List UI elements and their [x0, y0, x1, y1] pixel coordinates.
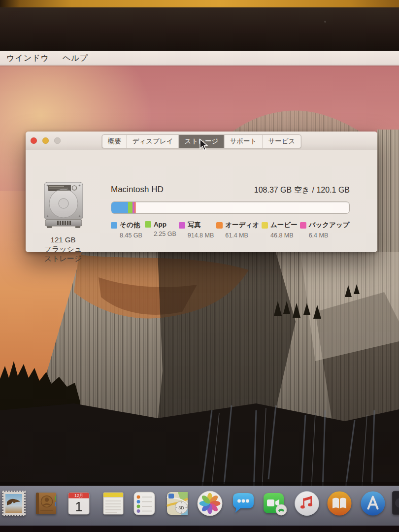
svg-text:1: 1: [75, 499, 82, 514]
storage-legend: その他8.45 GBApp2.25 GB写真914.8 MBオーディオ61.4 …: [111, 221, 350, 239]
legend-value: 46.8 MB: [262, 232, 298, 239]
legend-color-chip: [111, 222, 117, 229]
legend-color-chip: [179, 222, 185, 229]
free-space-label: 108.37 GB 空き / 120.1 GB: [254, 185, 350, 196]
webcam-dot: [324, 21, 326, 23]
legend-label: App: [154, 221, 166, 228]
menu-item-help[interactable]: ヘルプ: [63, 53, 88, 64]
mouse-cursor: [199, 138, 208, 152]
zoom-button-disabled: [54, 137, 61, 144]
legend-label: バックアップ: [309, 221, 350, 230]
svg-text:12月: 12月: [74, 493, 83, 498]
close-button[interactable]: [31, 137, 37, 144]
dock-photos-icon[interactable]: [197, 490, 223, 517]
tab-service[interactable]: サービス: [262, 135, 300, 148]
legend-value: 8.45 GB: [111, 232, 142, 239]
legend-color-chip: [262, 222, 268, 229]
storage-pane: 121 GB フラッシュ ストレージ Macintosh HD 108.37 G…: [26, 150, 377, 252]
legend-value: 914.8 MB: [179, 232, 214, 239]
dock: 12月 1: [0, 486, 399, 526]
legend-item-other: その他8.45 GB: [111, 221, 142, 239]
legend-value: 2.25 GB: [145, 231, 176, 237]
legend-value: 61.4 MB: [216, 232, 259, 239]
legend-color-chip: [300, 222, 306, 229]
dock-reminders-icon[interactable]: [131, 490, 158, 517]
dock-app-store-icon[interactable]: [360, 490, 386, 517]
dock-contacts-icon[interactable]: [33, 490, 59, 517]
legend-label: ムービー: [270, 221, 298, 230]
desk-background: [0, 0, 399, 7]
menu-bar: ウインドウ ヘルプ: [0, 51, 399, 66]
laptop-bezel-top: [0, 7, 399, 51]
svg-text:3D: 3D: [178, 505, 184, 510]
legend-item-audio: オーディオ61.4 MB: [216, 221, 259, 239]
dock-partial-dark-app-icon[interactable]: [392, 490, 399, 517]
legend-item-movies: ムービー46.8 MB: [262, 221, 298, 239]
photo-of-mac-screen: ウインドウ ヘルプ: [0, 0, 399, 532]
tab-overview[interactable]: 概要: [102, 135, 127, 148]
tab-displays[interactable]: ディスプレイ: [127, 135, 179, 148]
dock-itunes-icon[interactable]: [294, 490, 320, 517]
disk-capacity-label: 121 GB フラッシュ ストレージ: [33, 235, 94, 263]
minimize-button[interactable]: [42, 137, 49, 144]
storage-segment-app: [128, 202, 133, 213]
dock-calendar-icon[interactable]: 12月 1: [66, 490, 92, 517]
menu-item-window[interactable]: ウインドウ: [6, 53, 49, 64]
legend-label: 写真: [188, 221, 201, 230]
storage-segment-other: [111, 202, 128, 213]
dock-maps-icon[interactable]: 3D: [164, 490, 191, 517]
legend-label: その他: [120, 221, 140, 230]
legend-item-backups: バックアップ6.4 MB: [300, 221, 350, 239]
dock-facetime-icon[interactable]: [262, 490, 288, 517]
legend-color-chip: [216, 222, 223, 229]
legend-value: 6.4 MB: [300, 232, 350, 239]
dock-mail-icon[interactable]: [0, 490, 27, 517]
internal-drive-icon: [42, 181, 85, 229]
traffic-lights: [31, 137, 61, 144]
legend-item-photos: 写真914.8 MB: [179, 221, 214, 239]
dock-messages-icon[interactable]: [230, 490, 257, 517]
volume-name: Macintosh HD: [111, 185, 164, 195]
tab-support[interactable]: サポート: [224, 135, 262, 148]
storage-segment-backups: [135, 202, 136, 213]
legend-label: オーディオ: [225, 221, 259, 230]
storage-bar: [111, 201, 350, 214]
dock-ibooks-icon[interactable]: [326, 490, 353, 517]
legend-color-chip: [145, 221, 151, 228]
dock-notes-icon[interactable]: [100, 490, 127, 517]
legend-item-app: App2.25 GB: [145, 221, 176, 239]
